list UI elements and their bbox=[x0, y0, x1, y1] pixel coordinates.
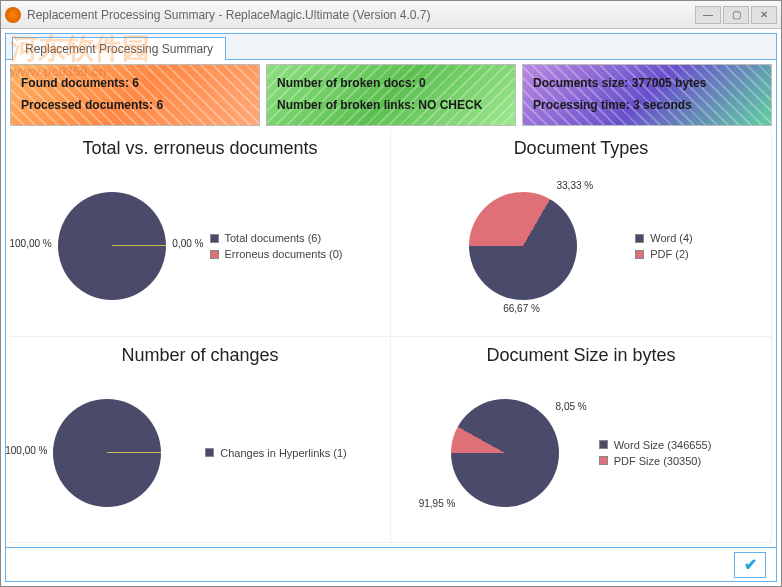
processing-time: Processing time: 3 seconds bbox=[533, 95, 761, 117]
pct-label: 33,33 % bbox=[557, 180, 594, 191]
summary-row: Found documents: 6 Processed documents: … bbox=[6, 60, 776, 130]
legend-label: Erroneus documents (0) bbox=[225, 248, 343, 260]
pie-icon bbox=[58, 192, 166, 300]
processed-documents: Processed documents: 6 bbox=[21, 95, 249, 117]
tab-summary[interactable]: Replacement Processing Summary bbox=[12, 37, 226, 60]
chart-total-vs-erroneous: Total vs. erroneus documents 100,00 % 0,… bbox=[10, 130, 391, 337]
chart-number-of-changes: Number of changes 100,00 % Changes in Hy… bbox=[10, 337, 391, 544]
chart-title: Number of changes bbox=[14, 345, 386, 366]
pie-icon bbox=[53, 399, 161, 507]
pct-label: 91,95 % bbox=[419, 498, 456, 509]
summary-found: Found documents: 6 Processed documents: … bbox=[10, 64, 260, 126]
legend-swatch-icon bbox=[210, 234, 219, 243]
pct-label: 0,00 % bbox=[172, 238, 203, 249]
checkmark-icon: ✔ bbox=[744, 555, 757, 574]
footer: ✔ bbox=[6, 547, 776, 581]
legend-label: Total documents (6) bbox=[225, 232, 322, 244]
chart-title: Document Size in bytes bbox=[395, 345, 767, 366]
pie-icon bbox=[469, 192, 577, 300]
minimize-button[interactable]: — bbox=[695, 6, 721, 24]
legend-swatch-icon bbox=[205, 448, 214, 457]
legend-swatch-icon bbox=[599, 440, 608, 449]
legend-label: PDF Size (30350) bbox=[614, 455, 701, 467]
chart-title: Total vs. erroneus documents bbox=[14, 138, 386, 159]
pie-icon bbox=[451, 399, 559, 507]
legend-swatch-icon bbox=[210, 250, 219, 259]
chart-title: Document Types bbox=[395, 138, 767, 159]
legend: Changes in Hyperlinks (1) bbox=[205, 443, 347, 463]
legend: Total documents (6) Erroneus documents (… bbox=[210, 228, 343, 264]
pct-label: 100,00 % bbox=[10, 238, 52, 249]
broken-links: Number of broken links: NO CHECK bbox=[277, 95, 505, 117]
pct-label: 100,00 % bbox=[5, 445, 47, 456]
legend: Word Size (346655) PDF Size (30350) bbox=[599, 435, 712, 471]
close-button[interactable]: ✕ bbox=[751, 6, 777, 24]
chart-document-types: Document Types 33,33 % 66,67 % Word (4) … bbox=[391, 130, 772, 337]
legend: Word (4) PDF (2) bbox=[635, 228, 693, 264]
broken-docs: Number of broken docs: 0 bbox=[277, 73, 505, 95]
summary-size: Documents size: 377005 bytes Processing … bbox=[522, 64, 772, 126]
pct-label: 8,05 % bbox=[556, 401, 587, 412]
charts-grid: Total vs. erroneus documents 100,00 % 0,… bbox=[6, 130, 776, 547]
legend-swatch-icon bbox=[599, 456, 608, 465]
ok-button[interactable]: ✔ bbox=[734, 552, 766, 578]
window-controls: — ▢ ✕ bbox=[695, 6, 777, 24]
chart-document-size: Document Size in bytes 8,05 % 91,95 % Wo… bbox=[391, 337, 772, 544]
window-title: Replacement Processing Summary - Replace… bbox=[27, 8, 695, 22]
legend-label: Changes in Hyperlinks (1) bbox=[220, 447, 347, 459]
app-icon bbox=[5, 7, 21, 23]
legend-swatch-icon bbox=[635, 250, 644, 259]
maximize-button[interactable]: ▢ bbox=[723, 6, 749, 24]
found-documents: Found documents: 6 bbox=[21, 73, 249, 95]
legend-swatch-icon bbox=[635, 234, 644, 243]
titlebar: Replacement Processing Summary - Replace… bbox=[1, 1, 781, 29]
legend-label: PDF (2) bbox=[650, 248, 689, 260]
documents-size: Documents size: 377005 bytes bbox=[533, 73, 761, 95]
pct-label: 66,67 % bbox=[503, 303, 540, 314]
legend-label: Word Size (346655) bbox=[614, 439, 712, 451]
legend-label: Word (4) bbox=[650, 232, 693, 244]
summary-broken: Number of broken docs: 0 Number of broke… bbox=[266, 64, 516, 126]
tab-strip: Replacement Processing Summary bbox=[6, 34, 776, 60]
